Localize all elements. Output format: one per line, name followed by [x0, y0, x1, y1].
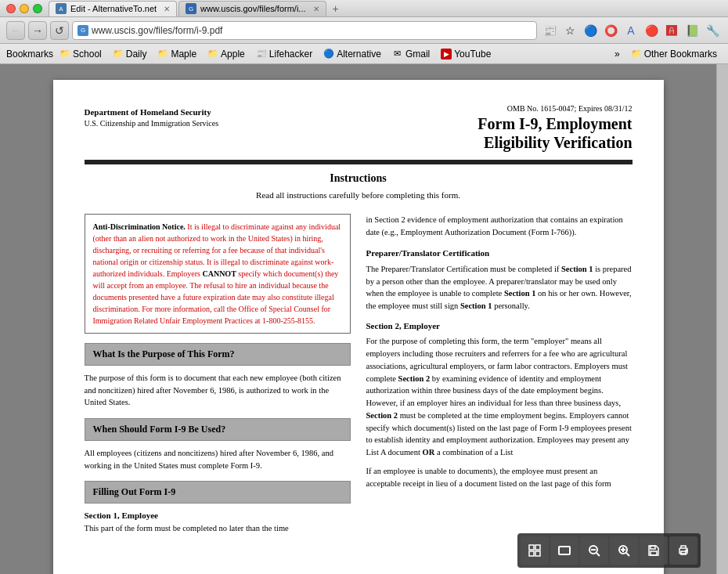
pdf-print-button[interactable] — [669, 536, 697, 565]
omb-text: OMB No. 1615-0047; Expires 08/31/12 — [478, 103, 632, 114]
tool6-icon[interactable]: 📗 — [683, 21, 701, 40]
pdf-viewer[interactable]: Department of Homeland Security U.S. Cit… — [0, 64, 716, 574]
tab-favicon-2: G — [186, 3, 196, 14]
pdf-header-right: OMB No. 1615-0047; Expires 08/31/12 Form… — [478, 103, 632, 152]
bookmark-lifehacker-label: Lifehacker — [269, 49, 312, 60]
maximize-button[interactable] — [33, 4, 42, 13]
svg-line-7 — [596, 553, 600, 556]
bookmark-youtube-label: YouTube — [454, 49, 491, 60]
forward-button[interactable]: → — [28, 21, 47, 40]
pdf-zoom-in-button[interactable] — [610, 536, 638, 565]
bookmarks-overflow-button[interactable]: » — [610, 47, 625, 61]
tab-uscis[interactable]: G www.uscis.gov/files/form/i... ✕ — [178, 1, 326, 16]
svg-rect-12 — [651, 551, 657, 555]
dept-info: Department of Homeland Security U.S. Cit… — [85, 106, 219, 129]
back-button[interactable]: ← — [6, 21, 25, 40]
right-column: in Section 2 evidence of employment auth… — [366, 214, 632, 543]
tool5-icon[interactable]: 🅰 — [662, 21, 681, 40]
bookmark-lifehacker[interactable]: 📰 Lifehacker — [251, 47, 317, 61]
preparer-title: Preparer/Translator Certification — [366, 247, 632, 259]
bookmark-school[interactable]: 📁 School — [55, 47, 106, 61]
svg-rect-13 — [651, 546, 655, 549]
bookmark-gmail[interactable]: ✉ Gmail — [387, 47, 434, 61]
pdf-page: Department of Homeland Security U.S. Cit… — [53, 80, 664, 574]
instructions-title: Instructions — [85, 171, 632, 186]
lifehacker-icon: 📰 — [256, 49, 267, 60]
section2-employer-content: For the purpose of completing this form,… — [366, 335, 632, 459]
bookmark-other-label: Other Bookmarks — [644, 49, 717, 60]
pdf-rectangle-tool[interactable] — [550, 536, 578, 565]
tool3-icon[interactable]: A — [622, 21, 640, 40]
notice-box: Anti-Discrimination Notice. It is illega… — [85, 214, 351, 334]
bookmark-maple-label: Maple — [171, 49, 196, 60]
pdf-select-tool[interactable] — [521, 536, 549, 565]
section2-employer-title: Section 2, Employer — [366, 320, 632, 332]
bookmark-daily-label: Daily — [126, 49, 147, 60]
tab-label-2: www.uscis.gov/files/form/i... — [200, 4, 305, 13]
bookmark-apple[interactable]: 📁 Apple — [203, 47, 250, 61]
pdf-header: Department of Homeland Security U.S. Cit… — [85, 103, 632, 153]
pdf-toolbar — [517, 533, 701, 568]
rss-icon[interactable]: 📰 — [540, 21, 559, 40]
form-title-line2: Eligibility Verification — [484, 134, 632, 151]
form-title-line1: Form I-9, Employment — [478, 115, 632, 132]
dept-name: Department of Homeland Security — [85, 106, 219, 118]
instructions-sub: Read all instructions carefully before c… — [85, 190, 632, 201]
star-icon[interactable]: ☆ — [560, 21, 579, 40]
tab-bar: A Edit - AlternativeTo.net ✕ G www.uscis… — [49, 1, 722, 16]
dept-sub: U.S. Citizenship and Immigration Service… — [85, 118, 219, 129]
tab-close-2[interactable]: ✕ — [313, 5, 319, 13]
new-tab-button[interactable]: + — [328, 1, 344, 16]
bookmarks-bar: Bookmarks 📁 School 📁 Daily 📁 Maple 📁 App… — [0, 44, 728, 64]
pdf-zoom-out-button[interactable] — [580, 536, 608, 565]
bottom-cut-text: documents), the employee must present an… — [366, 467, 611, 488]
scrollbar[interactable] — [716, 64, 728, 574]
header-border — [85, 160, 632, 164]
alternative-icon: 🔵 — [323, 49, 334, 60]
close-button[interactable] — [6, 4, 16, 13]
tab-favicon-1: A — [56, 3, 67, 14]
bookmark-other[interactable]: 📁 Other Bookmarks — [626, 47, 722, 61]
folder-icon-other: 📁 — [631, 49, 642, 60]
svg-line-11 — [626, 553, 629, 556]
section3-heading: Filling Out Form I-9 — [85, 481, 351, 504]
tool1-icon[interactable]: 🔵 — [581, 21, 600, 40]
form-title: Form I-9, Employment Eligibility Verific… — [478, 114, 632, 152]
section1-content: The purpose of this form is to document … — [85, 372, 351, 409]
bookmark-alternative-label: Alternative — [337, 49, 381, 60]
tab-close-1[interactable]: ✕ — [164, 5, 170, 13]
tool2-icon[interactable]: ⭕ — [601, 21, 620, 40]
svg-rect-1 — [535, 545, 540, 550]
youtube-icon: ▶ — [441, 49, 452, 60]
tool7-icon[interactable]: 🔧 — [703, 21, 722, 40]
svg-rect-4 — [559, 547, 570, 554]
two-col-layout: Anti-Discrimination Notice. It is illega… — [85, 214, 632, 543]
content-area: Department of Homeland Security U.S. Cit… — [0, 64, 728, 574]
nav-tools: 📰 ☆ 🔵 ⭕ A 🔴 🅰 📗 🔧 — [540, 21, 722, 40]
folder-icon: 📁 — [59, 49, 70, 60]
svg-point-16 — [686, 550, 687, 551]
title-bar: A Edit - AlternativeTo.net ✕ G www.uscis… — [0, 0, 728, 17]
bookmark-gmail-label: Gmail — [405, 49, 430, 60]
section4-area: Section 1, Employee This part of the for… — [85, 510, 351, 534]
bookmark-apple-label: Apple — [221, 49, 245, 60]
tool4-icon[interactable]: 🔴 — [642, 21, 661, 40]
notice-title: Anti-Discrimination Notice. — [93, 222, 186, 231]
bookmark-maple[interactable]: 📁 Maple — [153, 47, 201, 61]
bookmark-alternative[interactable]: 🔵 Alternative — [319, 47, 386, 61]
minimize-button[interactable] — [20, 4, 29, 13]
bookmark-youtube[interactable]: ▶ YouTube — [436, 47, 496, 61]
gmail-icon: ✉ — [392, 49, 403, 60]
address-bar[interactable]: G www.uscis.gov/files/form/i-9.pdf — [72, 21, 537, 40]
tab-alternativeto[interactable]: A Edit - AlternativeTo.net ✕ — [49, 1, 177, 16]
section1-heading: What Is the Purpose of This Form? — [85, 343, 351, 366]
bookmark-daily[interactable]: 📁 Daily — [108, 47, 152, 61]
bookmark-school-label: School — [73, 49, 102, 60]
folder-icon-apple: 📁 — [207, 49, 218, 60]
pdf-save-button[interactable] — [640, 536, 668, 565]
section4-title: Section 1, Employee — [85, 510, 351, 522]
refresh-button[interactable]: ↺ — [50, 21, 69, 40]
section2-content: All employees (citizens and noncitizens)… — [85, 447, 351, 472]
address-text: www.uscis.gov/files/form/i-9.pdf — [92, 25, 532, 36]
svg-rect-0 — [529, 545, 534, 550]
